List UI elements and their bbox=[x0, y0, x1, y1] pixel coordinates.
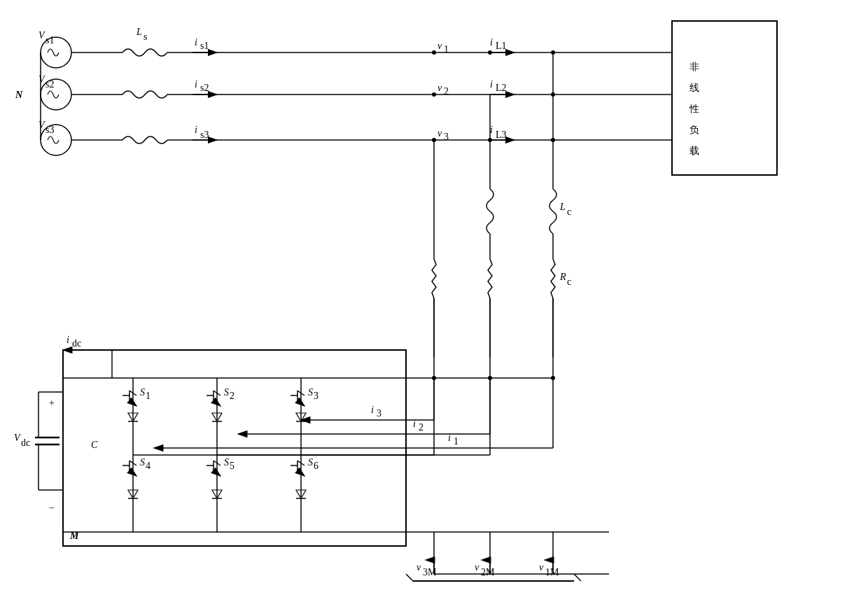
svg-line-206 bbox=[406, 574, 413, 581]
svg-text:c: c bbox=[567, 206, 571, 217]
svg-text:N: N bbox=[15, 90, 23, 100]
svg-text:L2: L2 bbox=[496, 83, 507, 93]
svg-text:线: 线 bbox=[690, 83, 699, 93]
svg-text:s3: s3 bbox=[46, 125, 54, 135]
svg-text:负: 负 bbox=[690, 125, 699, 135]
svg-text:性: 性 bbox=[689, 104, 699, 114]
svg-text:i: i bbox=[195, 125, 197, 135]
svg-text:L1: L1 bbox=[496, 41, 507, 51]
svg-text:V: V bbox=[38, 74, 46, 85]
circuit-diagram: V s1 V s2 V s3 N L s i s1 i s2 i s3 bbox=[0, 0, 868, 595]
svg-line-207 bbox=[574, 574, 581, 581]
svg-text:i: i bbox=[195, 37, 197, 48]
svg-text:3M: 3M bbox=[423, 567, 437, 578]
svg-text:i: i bbox=[371, 405, 374, 415]
svg-point-212 bbox=[488, 50, 492, 55]
svg-text:c: c bbox=[567, 276, 571, 287]
svg-text:+: + bbox=[49, 398, 55, 408]
svg-text:5: 5 bbox=[230, 461, 234, 471]
svg-text:S: S bbox=[308, 457, 313, 468]
svg-point-210 bbox=[432, 376, 436, 380]
svg-text:v: v bbox=[438, 83, 442, 93]
svg-text:S: S bbox=[224, 387, 229, 398]
svg-rect-54 bbox=[672, 21, 777, 175]
svg-text:S: S bbox=[308, 387, 313, 398]
svg-point-208 bbox=[551, 376, 555, 380]
svg-text:s1: s1 bbox=[200, 41, 209, 51]
svg-text:1: 1 bbox=[454, 436, 458, 447]
svg-text:3: 3 bbox=[377, 408, 382, 419]
svg-text:i: i bbox=[195, 79, 197, 90]
svg-text:s2: s2 bbox=[200, 83, 209, 93]
svg-text:s1: s1 bbox=[46, 35, 54, 46]
svg-text:1M: 1M bbox=[545, 567, 559, 578]
svg-text:V: V bbox=[38, 30, 46, 41]
svg-text:dc: dc bbox=[21, 438, 30, 448]
svg-text:2M: 2M bbox=[481, 567, 495, 578]
svg-text:s2: s2 bbox=[46, 79, 54, 90]
svg-point-209 bbox=[488, 376, 492, 380]
svg-text:v: v bbox=[438, 41, 442, 51]
svg-text:C: C bbox=[91, 440, 98, 450]
svg-text:dc: dc bbox=[72, 338, 81, 349]
svg-text:v: v bbox=[416, 562, 421, 573]
svg-text:4: 4 bbox=[146, 461, 150, 471]
svg-text:6: 6 bbox=[314, 461, 318, 471]
svg-text:R: R bbox=[559, 272, 566, 282]
svg-text:L: L bbox=[559, 202, 566, 212]
svg-text:L: L bbox=[136, 27, 142, 37]
svg-text:2: 2 bbox=[419, 422, 424, 433]
svg-text:i: i bbox=[66, 335, 69, 345]
svg-text:1: 1 bbox=[146, 391, 150, 401]
svg-text:S: S bbox=[140, 387, 145, 398]
svg-text:载: 载 bbox=[690, 146, 699, 156]
svg-text:−: − bbox=[49, 503, 55, 513]
svg-text:S: S bbox=[140, 457, 145, 468]
svg-text:v: v bbox=[438, 128, 442, 139]
svg-text:i: i bbox=[490, 79, 493, 90]
svg-text:S: S bbox=[224, 457, 229, 468]
svg-text:v: v bbox=[475, 562, 479, 573]
nonlinear-load-label: 非 bbox=[690, 62, 699, 72]
svg-text:s3: s3 bbox=[200, 130, 209, 140]
svg-text:2: 2 bbox=[230, 391, 234, 401]
svg-text:i: i bbox=[490, 37, 493, 48]
svg-text:V: V bbox=[38, 120, 46, 130]
svg-text:s: s bbox=[144, 31, 147, 42]
svg-text:v: v bbox=[539, 562, 544, 573]
svg-text:V: V bbox=[14, 433, 21, 443]
svg-text:L3: L3 bbox=[496, 130, 507, 140]
svg-text:3: 3 bbox=[314, 391, 318, 401]
